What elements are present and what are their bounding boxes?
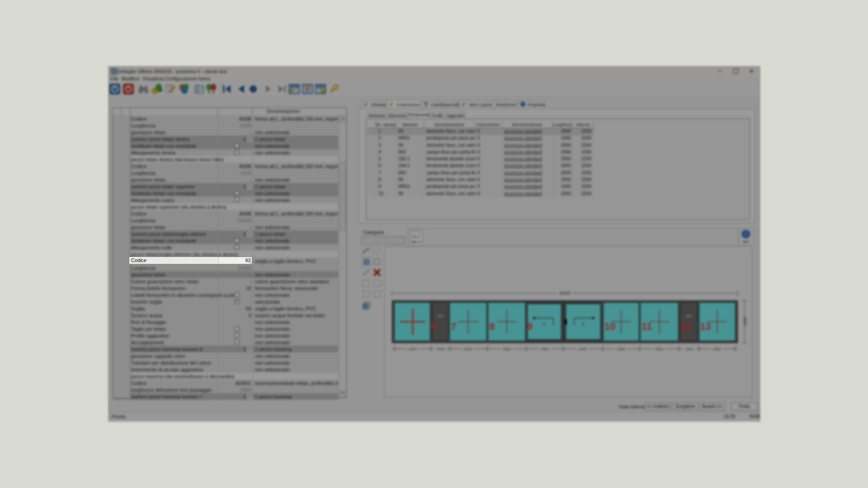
svg-text:6: 6	[431, 321, 436, 332]
svg-text:1000: 1000	[436, 347, 444, 351]
svg-text:10: 10	[604, 321, 615, 332]
svg-text:2000: 2000	[409, 347, 417, 351]
svg-text:8: 8	[489, 321, 495, 332]
svg-text:1000: 1000	[685, 347, 693, 351]
svg-text:11: 11	[642, 321, 652, 332]
svg-text:2000: 2000	[579, 347, 587, 351]
svg-text:2200: 2200	[743, 317, 747, 326]
svg-text:7: 7	[451, 321, 456, 332]
svg-text:2000: 2000	[617, 347, 625, 351]
svg-text:wtbn: wtbn	[437, 314, 444, 318]
svg-text:16000: 16000	[559, 291, 570, 296]
svg-text:2000: 2000	[713, 347, 721, 351]
svg-text:9: 9	[527, 321, 533, 332]
svg-text:12: 12	[680, 321, 691, 332]
svg-text:2000: 2000	[541, 347, 549, 351]
svg-text:2000: 2000	[464, 347, 472, 351]
svg-text:2000: 2000	[655, 347, 663, 351]
svg-text:13: 13	[700, 321, 711, 332]
svg-text:2000: 2000	[503, 347, 511, 351]
svg-text:wtbn: wtbn	[685, 314, 693, 318]
